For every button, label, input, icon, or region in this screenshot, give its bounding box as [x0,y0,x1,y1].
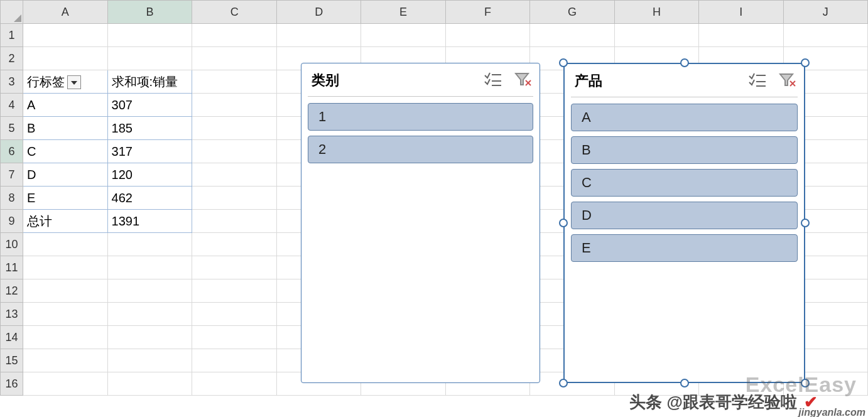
resize-handle[interactable] [559,379,568,387]
row-header[interactable]: 4 [1,94,23,117]
cell[interactable] [107,279,192,303]
column-header[interactable]: F [445,1,529,24]
row-header[interactable]: 11 [1,256,23,279]
column-header[interactable]: I [699,1,783,24]
slicer-category[interactable]: 类别 12 [301,63,540,383]
row-header[interactable]: 1 [1,24,23,47]
resize-handle[interactable] [680,58,689,67]
multiselect-icon[interactable] [749,72,766,90]
row-header[interactable]: 3 [1,70,23,94]
cell[interactable] [192,233,276,256]
column-header[interactable]: G [530,1,614,24]
cell[interactable] [192,47,276,70]
multiselect-icon[interactable] [484,72,502,89]
slicer-item[interactable]: E [571,234,798,262]
slicer-item[interactable]: C [571,169,798,197]
row-header[interactable]: 2 [1,47,23,70]
cell[interactable] [192,70,276,94]
cell[interactable] [23,47,107,70]
cell[interactable]: 120 [107,163,192,187]
resize-handle[interactable] [801,58,810,67]
slicer-item[interactable]: 1 [308,103,533,131]
clear-filter-icon[interactable] [514,72,532,89]
cell[interactable] [23,256,107,279]
column-header[interactable]: E [361,1,445,24]
cell[interactable] [192,117,276,140]
cell[interactable]: 462 [107,187,192,210]
row-header[interactable]: 14 [1,326,23,349]
cell[interactable] [107,349,192,372]
cell[interactable]: 求和项:销量 [107,70,192,94]
row-header[interactable]: 16 [1,372,23,396]
cell[interactable] [783,24,867,47]
row-header[interactable]: 12 [1,279,23,303]
cell[interactable] [192,94,276,117]
cell[interactable]: 317 [107,140,192,163]
cell[interactable]: 185 [107,117,192,140]
cell[interactable] [192,187,276,210]
cell[interactable]: E [23,187,107,210]
cell[interactable] [192,326,276,349]
cell[interactable] [192,140,276,163]
cell[interactable] [107,24,192,47]
column-header[interactable]: J [783,1,867,24]
cell[interactable] [23,326,107,349]
column-header[interactable]: A [23,1,107,24]
cell[interactable] [361,24,445,47]
cell[interactable] [276,24,361,47]
row-header[interactable]: 10 [1,233,23,256]
cell[interactable] [445,24,529,47]
cell[interactable] [192,210,276,233]
cell[interactable]: 1391 [107,210,192,233]
slicer-item[interactable]: A [571,104,798,131]
cell[interactable]: B [23,117,107,140]
cell[interactable]: A [23,94,107,117]
cell[interactable] [23,24,107,47]
cell[interactable] [614,24,698,47]
row-header[interactable]: 9 [1,210,23,233]
slicer-item[interactable]: B [571,136,798,164]
column-header[interactable]: H [614,1,698,24]
cell[interactable] [192,303,276,326]
cell[interactable] [23,233,107,256]
cell[interactable]: 307 [107,94,192,117]
cell[interactable] [23,349,107,372]
resize-handle[interactable] [680,379,689,387]
row-header[interactable]: 8 [1,187,23,210]
cell[interactable] [23,303,107,326]
cell[interactable]: 行标签 [23,70,107,94]
cell[interactable] [192,163,276,187]
cell[interactable] [107,372,192,396]
select-all-corner[interactable] [1,1,23,24]
row-header[interactable]: 5 [1,117,23,140]
cell[interactable] [107,326,192,349]
row-header[interactable]: 15 [1,349,23,372]
cell[interactable] [23,372,107,396]
cell[interactable] [107,303,192,326]
pivot-filter-dropdown[interactable] [67,75,81,89]
cell[interactable] [23,279,107,303]
column-header[interactable]: B [107,1,192,24]
column-header[interactable]: D [276,1,361,24]
cell[interactable] [107,256,192,279]
cell[interactable] [192,372,276,396]
slicer-item[interactable]: D [571,202,798,229]
cell[interactable]: C [23,140,107,163]
cell[interactable] [192,256,276,279]
clear-filter-icon[interactable] [779,72,796,90]
cell[interactable] [530,24,614,47]
cell[interactable] [192,279,276,303]
column-header[interactable]: C [192,1,276,24]
cell[interactable] [192,349,276,372]
row-header[interactable]: 7 [1,163,23,187]
resize-handle[interactable] [559,219,568,227]
cell[interactable] [192,24,276,47]
resize-handle[interactable] [801,219,810,227]
cell[interactable]: D [23,163,107,187]
resize-handle[interactable] [559,58,568,67]
cell[interactable] [107,233,192,256]
cell[interactable] [107,47,192,70]
slicer-item[interactable]: 2 [308,136,533,163]
slicer-product[interactable]: 产品 ABCDE [563,63,805,383]
row-header[interactable]: 6 [1,140,23,163]
